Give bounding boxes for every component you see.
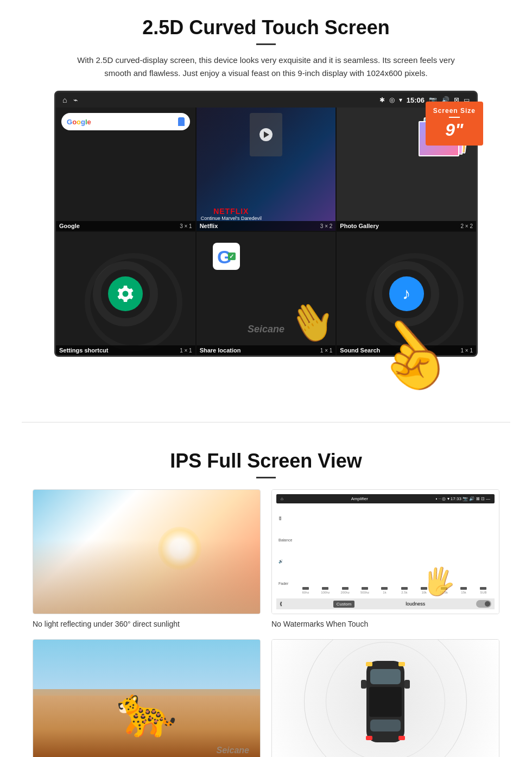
amplifier-card: ⌂ Amplifier ▪ ·· ◎ ▾ 17:33 📷 🔊 ⊠ ⊡ — 🎛 B…	[271, 489, 499, 628]
section2-divider	[256, 477, 276, 478]
status-bar: ⌂ ⌁ ✱ ◎ ▾ 15:06 📷 🔊 ⊠ ▭	[56, 92, 476, 108]
amplifier-image: ⌂ Amplifier ▪ ·· ◎ ▾ 17:33 📷 🔊 ⊠ ⊡ — 🎛 B…	[272, 490, 499, 614]
car-card: Large Viewing Angle	[271, 639, 499, 757]
sky-bg	[33, 640, 260, 689]
bluetooth-icon: ✱	[379, 96, 385, 104]
image-grid: No light reflecting under 360° direct su…	[33, 489, 499, 757]
amp-band-200hz: 200hz	[336, 590, 354, 594]
app-cell-sound[interactable]: ♪ Sound Search 1 × 1	[337, 232, 476, 355]
amp-fader-label: Fader	[278, 582, 292, 585]
section1-title: 2.5D Curved Touch Screen	[33, 16, 499, 39]
device-screen: ⌂ ⌁ ✱ ◎ ▾ 15:06 📷 🔊 ⊠ ▭	[54, 91, 478, 357]
seicane-watermark: Seicane	[217, 746, 249, 755]
amp-band-60hz: 60hz	[296, 590, 314, 594]
app-cell-share[interactable]: G ✓ 🤚 Share location 1 × 1	[197, 232, 336, 355]
touch-hand-icon: 🖐	[419, 563, 458, 600]
home-icon: ⌂	[62, 96, 67, 104]
screen-size-badge: Screen Size 9"	[426, 102, 483, 146]
sound-name: Sound Search	[340, 347, 380, 354]
google-logo: Google	[67, 118, 91, 126]
section-ips: IPS Full Screen View No light reflecting…	[0, 433, 532, 757]
section-curved-touch: 2.5D Curved Touch Screen With 2.5D curve…	[0, 0, 532, 368]
netflix-logo-overlay: NETFLIX Continue Marvel's Daredevil	[201, 207, 262, 221]
amplifier-image-box: ⌂ Amplifier ▪ ·· ◎ ▾ 17:33 📷 🔊 ⊠ ⊡ — 🎛 B…	[271, 489, 499, 614]
sound-label-bar: Sound Search 1 × 1	[337, 345, 476, 355]
play-triangle	[264, 131, 269, 138]
amp-header: ⌂ Amplifier ▪ ·· ◎ ▾ 17:33 📷 🔊 ⊠ ⊡ —	[276, 494, 495, 503]
section2-title: IPS Full Screen View	[33, 450, 499, 472]
usb-icon: ⌁	[73, 96, 78, 104]
sunlight-image	[33, 490, 260, 614]
cheetah-emoji: 🐆	[116, 683, 177, 740]
device-mockup: Screen Size 9" ⌂ ⌁ ✱ ◎ ▾ 15:06 📷 🔊 ⊠	[54, 91, 478, 357]
section1-divider	[256, 43, 276, 45]
amp-status: ▪ ·· ◎ ▾ 17:33 📷 🔊 ⊠ ⊡ —	[436, 496, 490, 501]
amp-band-2k5: 2.5k	[395, 590, 413, 594]
amp-prev-icon: ⟪	[280, 601, 282, 607]
hand-pointing-icon: 🤚	[281, 291, 336, 354]
badge-divider	[449, 117, 460, 118]
car-circle-mid	[326, 642, 445, 757]
amp-toggle[interactable]	[476, 600, 491, 608]
share-size: 1 × 1	[320, 348, 333, 354]
amp-band-1k: 1k	[376, 590, 394, 594]
amp-footer: ⟪ Custom loudness	[276, 598, 495, 609]
amp-tuning-icon: 🎛	[278, 516, 282, 520]
location-icon: ◎	[389, 96, 395, 104]
settings-label-bar: Settings shortcut 1 × 1	[56, 345, 195, 355]
cheetah-image-box: 🐆 Seicane	[33, 639, 261, 757]
amp-volume-icon: 🔊	[278, 559, 292, 564]
section-divider	[22, 422, 510, 422]
settings-name: Settings shortcut	[59, 347, 108, 354]
google-label-bar: Google 3 × 1	[56, 221, 195, 231]
car-image	[272, 640, 499, 757]
amp-eq-bands: 60hz 100hz	[296, 508, 492, 594]
gallery-name: Photo Gallery	[340, 223, 379, 229]
sound-bg-circles	[374, 261, 439, 326]
badge-size: 9"	[433, 120, 476, 140]
google-search-bar[interactable]: Google	[61, 113, 190, 130]
amp-title: Amplifier	[351, 496, 368, 501]
netflix-name: Netflix	[200, 223, 218, 229]
netflix-sub-text: Continue Marvel's Daredevil	[201, 216, 262, 221]
app-cell-google[interactable]: Google Google 3 × 1	[56, 108, 195, 231]
amp-band-sub: SUB	[474, 590, 492, 594]
share-name: Share location	[200, 347, 241, 354]
share-label-bar: Share location 1 × 1	[197, 345, 336, 355]
netflix-red-text: NETFLIX	[201, 207, 262, 216]
google-size: 3 × 1	[180, 223, 192, 229]
device-watermark: Seicane	[248, 324, 284, 335]
play-button[interactable]	[259, 128, 273, 141]
svg-text:✓: ✓	[229, 253, 234, 260]
amp-balance-label: Balance	[278, 538, 292, 542]
gallery-label-bar: Photo Gallery 2 × 2	[337, 221, 476, 231]
maps-icon: G ✓	[213, 243, 240, 270]
amp-body: 🎛 Balance 🔊 Fader	[276, 506, 495, 596]
maps-icon-wrapper: G ✓	[213, 243, 240, 272]
status-time: 15:06	[407, 96, 425, 104]
app-cell-netflix[interactable]: NETFLIX Continue Marvel's Daredevil Netf…	[197, 108, 336, 231]
status-left: ⌂ ⌁	[62, 96, 78, 104]
amp-left-labels: 🎛 Balance 🔊 Fader	[278, 508, 294, 594]
amp-custom-btn[interactable]: Custom	[333, 601, 355, 608]
netflix-figure	[250, 113, 282, 156]
amp-band-15k: 15k	[454, 590, 472, 594]
amp-home-icon: ⌂	[281, 496, 283, 501]
sunlight-card: No light reflecting under 360° direct su…	[33, 489, 261, 628]
settings-size: 1 × 1	[180, 348, 192, 354]
gallery-size: 2 × 2	[460, 223, 473, 229]
google-name: Google	[59, 223, 80, 229]
wifi-icon: ▾	[399, 96, 402, 104]
mic-icon	[178, 117, 185, 126]
cheetah-card: 🐆 Seicane Super Fast Response	[33, 639, 261, 757]
app-grid: Google Google 3 × 1	[56, 108, 476, 355]
app-cell-settings[interactable]: Settings shortcut 1 × 1	[56, 232, 195, 355]
amp-loudness-label: loudness	[406, 601, 425, 607]
section1-description: With 2.5D curved-display screen, this de…	[76, 54, 456, 80]
netflix-size: 3 × 2	[320, 223, 333, 229]
netflix-label-bar: Netflix 3 × 2	[197, 221, 336, 231]
cheetah-image: 🐆 Seicane	[33, 640, 260, 757]
badge-title: Screen Size	[433, 107, 476, 115]
sunlight-image-box	[33, 489, 261, 614]
amp-band-100hz: 100hz	[316, 590, 334, 594]
